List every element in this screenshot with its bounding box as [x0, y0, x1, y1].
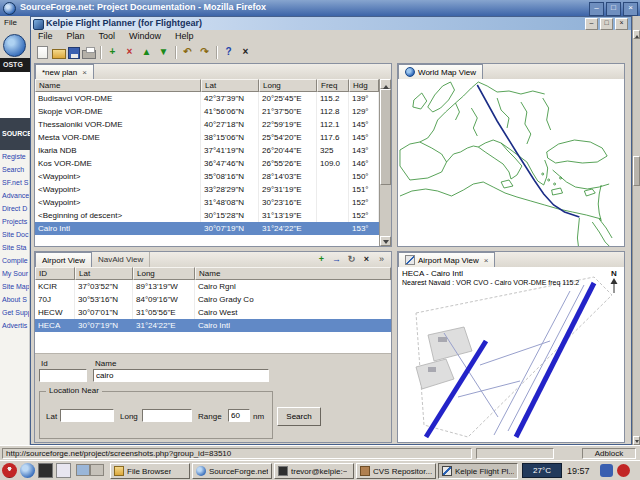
- web-browser-launcher-icon[interactable]: [20, 463, 35, 478]
- column-header[interactable]: Long: [259, 79, 317, 92]
- tray-alert-icon[interactable]: [617, 464, 630, 477]
- open-plan-icon[interactable]: [52, 49, 66, 59]
- close-view-icon[interactable]: ×: [360, 253, 373, 266]
- save-plan-icon[interactable]: [68, 47, 80, 59]
- tab-airport-map-view[interactable]: Airport Map View ×: [398, 252, 495, 267]
- goto-airport-icon[interactable]: →: [330, 253, 343, 266]
- new-plan-icon[interactable]: [37, 46, 48, 59]
- column-header[interactable]: Name: [35, 79, 201, 92]
- table-row[interactable]: HECA30°07'19"N31°24'22"ECairo Intl: [35, 319, 391, 332]
- nav-link[interactable]: About S: [0, 293, 29, 306]
- print-icon[interactable]: [82, 50, 96, 59]
- move-down-icon[interactable]: ▼: [156, 45, 171, 60]
- table-row[interactable]: Thessaloniki VOR-DME40°27'18"N22°59'19"E…: [35, 118, 379, 131]
- minimize-button[interactable]: –: [585, 18, 598, 30]
- nav-link[interactable]: Search: [0, 163, 29, 176]
- nav-link[interactable]: Registe: [0, 150, 29, 163]
- menu-window[interactable]: Window: [122, 30, 168, 43]
- taskbar-button-cvs[interactable]: CVS Repositor...: [356, 463, 436, 479]
- tray-notes-icon[interactable]: [600, 464, 613, 477]
- nav-link[interactable]: Advertis: [0, 319, 29, 332]
- clock[interactable]: 19:57: [567, 466, 590, 476]
- column-header[interactable]: Lat: [75, 267, 133, 280]
- tab-new-plan[interactable]: *new plan ×: [35, 64, 94, 79]
- taskbar-button-kelpie[interactable]: Kelpie Flight Pl...: [438, 463, 518, 479]
- nav-link[interactable]: Site Sta: [0, 241, 29, 254]
- menu-tool[interactable]: Tool: [92, 30, 123, 43]
- browser-back-icon[interactable]: [3, 34, 26, 57]
- scrollbar-thumb[interactable]: [633, 156, 640, 186]
- kelpie-titlebar[interactable]: Kelpie Flight Planner (for Flightgear) –…: [31, 17, 631, 30]
- weather-applet[interactable]: 27°C: [522, 463, 562, 478]
- table-row[interactable]: <Beginning of descent>30°15'28"N31°13'19…: [35, 209, 379, 222]
- terminal-launcher-icon[interactable]: [38, 463, 53, 478]
- airport-map-canvas[interactable]: HECA - Cairo Intl Nearest Navaid : VOR C…: [398, 267, 624, 442]
- scroll-down-icon[interactable]: [633, 436, 640, 445]
- workspace-switcher[interactable]: [76, 464, 104, 476]
- view-menu-icon[interactable]: »: [375, 253, 388, 266]
- nav-link[interactable]: Get Supp: [0, 306, 29, 319]
- column-header[interactable]: Long: [133, 267, 195, 280]
- menu-help[interactable]: Help: [168, 30, 201, 43]
- column-header[interactable]: ID: [35, 267, 75, 280]
- taskbar-button-sourceforge[interactable]: SourceForge.net: P...: [192, 463, 272, 479]
- taskbar-button-terminal[interactable]: trevor@kelpie:~: [274, 463, 354, 479]
- tab-world-map-view[interactable]: World Map View: [398, 64, 483, 79]
- nav-link[interactable]: Site Map: [0, 280, 29, 293]
- table-row[interactable]: Kos VOR-DME36°47'46"N26°55'26"E109.0146°: [35, 157, 379, 170]
- table-row[interactable]: <Waypoint>33°28'29"N29°31'19"E151°: [35, 183, 379, 196]
- plan-table-scrollbar[interactable]: [379, 79, 391, 246]
- world-map-canvas[interactable]: [398, 79, 624, 246]
- tab-navaid-view[interactable]: NavAid View: [92, 252, 150, 267]
- help-icon[interactable]: ?: [221, 45, 236, 60]
- workspace-2[interactable]: [90, 464, 104, 476]
- maximize-button[interactable]: □: [606, 2, 621, 16]
- maximize-button[interactable]: □: [600, 18, 613, 30]
- table-row[interactable]: HECW30°07'01"N31°05'56"ECairo West: [35, 306, 391, 319]
- menu-redhat-icon[interactable]: [2, 463, 17, 478]
- long-input[interactable]: [142, 409, 192, 422]
- table-row[interactable]: <Waypoint>31°48'08"N30°23'16"E152°: [35, 196, 379, 209]
- add-waypoint-icon[interactable]: +: [105, 45, 120, 60]
- mail-launcher-icon[interactable]: [56, 463, 71, 478]
- table-row[interactable]: Budisavci VOR-DME42°37'39"N20°25'45"E115…: [35, 92, 379, 105]
- browser-scrollbar[interactable]: [632, 16, 640, 445]
- refresh-icon[interactable]: ↻: [345, 253, 358, 266]
- scroll-down-icon[interactable]: [380, 236, 391, 246]
- id-input[interactable]: [39, 369, 87, 382]
- minimize-button[interactable]: –: [589, 2, 604, 16]
- table-row[interactable]: Cairo Intl30°07'19"N31°24'22"E153°: [35, 222, 379, 235]
- table-row[interactable]: Skopje VOR-DME41°56'06"N21°37'50"E112.81…: [35, 105, 379, 118]
- tab-airport-view[interactable]: Airport View: [35, 252, 92, 267]
- menu-plan[interactable]: Plan: [60, 30, 92, 43]
- close-button[interactable]: ×: [615, 18, 628, 30]
- scrollbar-thumb[interactable]: [380, 89, 391, 185]
- undo-icon[interactable]: ↶: [180, 45, 195, 60]
- column-header[interactable]: Hdg: [349, 79, 379, 92]
- delete-waypoint-icon[interactable]: ×: [122, 45, 137, 60]
- name-input[interactable]: [93, 369, 269, 382]
- nav-link[interactable]: Direct D: [0, 202, 29, 215]
- menu-file[interactable]: File: [31, 30, 60, 43]
- nav-link[interactable]: Site Doc: [0, 228, 29, 241]
- nav-link[interactable]: Compile: [0, 254, 29, 267]
- redo-icon[interactable]: ↷: [197, 45, 212, 60]
- lat-input[interactable]: [60, 409, 114, 422]
- search-button[interactable]: Search: [277, 407, 321, 426]
- nav-link[interactable]: Projects: [0, 215, 29, 228]
- close-button[interactable]: ×: [623, 2, 638, 16]
- clear-plan-icon[interactable]: ×: [238, 45, 253, 60]
- range-input[interactable]: [228, 409, 250, 422]
- main-window-titlebar[interactable]: SourceForge.net: Project Documentation -…: [0, 0, 640, 16]
- column-header[interactable]: Name: [195, 267, 391, 280]
- browser-file-menu[interactable]: File: [4, 18, 17, 27]
- add-to-plan-icon[interactable]: +: [315, 253, 328, 266]
- table-row[interactable]: Ikaria NDB37°41'19"N26°20'44"E325143°: [35, 144, 379, 157]
- column-header[interactable]: Freq: [317, 79, 349, 92]
- close-view-icon[interactable]: ×: [484, 256, 489, 265]
- table-row[interactable]: KCIR37°03'52"N89°13'19"WCairo Rgnl: [35, 280, 391, 293]
- table-row[interactable]: Mesta VOR-DME38°15'06"N25°54'20"E117.614…: [35, 131, 379, 144]
- table-row[interactable]: <Waypoint>35°08'16"N28°14'03"E150°: [35, 170, 379, 183]
- column-header[interactable]: Lat: [201, 79, 259, 92]
- adblock-status[interactable]: Adblock: [582, 448, 636, 459]
